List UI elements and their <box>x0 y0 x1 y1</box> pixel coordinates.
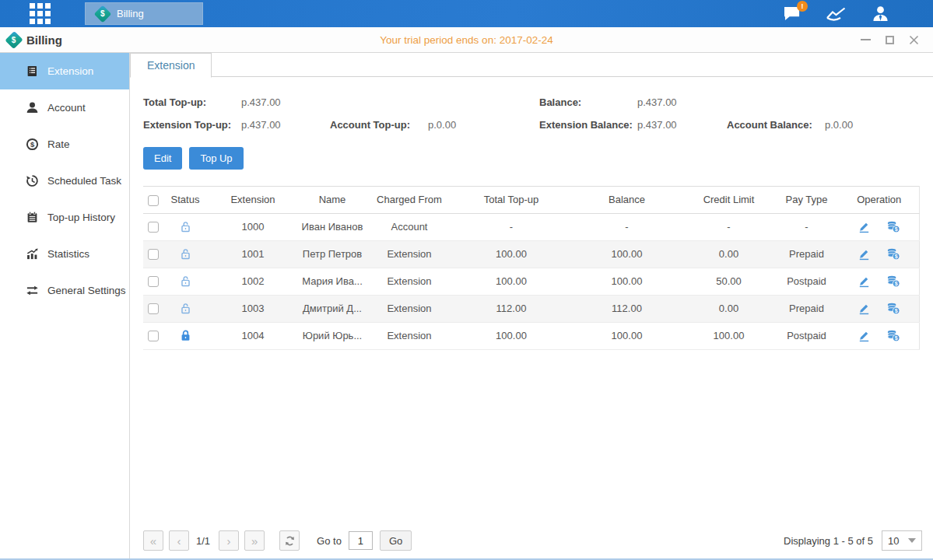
row-checkbox[interactable] <box>148 303 159 314</box>
edit-button[interactable]: Edit <box>143 147 182 170</box>
sidebar-item-topup-history[interactable]: Top-up History <box>0 199 129 236</box>
col-pay-type: Pay Type <box>773 187 840 214</box>
edit-icon[interactable] <box>858 275 871 288</box>
cell-name: Мария Ива... <box>299 268 366 295</box>
last-page-button[interactable]: » <box>244 530 265 551</box>
summary-label: Account Top-up: <box>330 119 428 131</box>
cell-charged-from: Extension <box>366 295 453 322</box>
col-balance: Balance <box>570 187 684 214</box>
status-locked-icon <box>179 329 192 342</box>
cell-name: Иван Иванов <box>299 213 366 240</box>
notifications-icon[interactable]: ! <box>783 5 802 22</box>
top-up-coins-icon[interactable]: $ <box>886 247 900 261</box>
svg-text:$: $ <box>895 308 898 314</box>
row-checkbox[interactable] <box>148 249 159 260</box>
minimize-icon[interactable] <box>860 34 871 45</box>
sidebar-item-scheduled-task[interactable]: Scheduled Task <box>0 163 129 199</box>
page-size-value: 10 <box>888 535 899 547</box>
cell-name: Дмитрий Д... <box>299 295 366 322</box>
col-name: Name <box>299 187 366 214</box>
cell-balance: 100.00 <box>570 322 684 349</box>
tab-extension[interactable]: Extension <box>130 53 212 78</box>
sidebar-item-rate[interactable]: $ Rate <box>0 126 129 163</box>
goto-page-input[interactable] <box>349 531 373 550</box>
table-row: 1001 Петр Петров Extension 100.00 100.00… <box>143 240 919 268</box>
statistics-chart-icon <box>25 247 39 261</box>
close-icon[interactable] <box>908 34 919 45</box>
status-unlocked-icon <box>179 275 192 288</box>
sidebar-item-statistics[interactable]: Statistics <box>0 236 129 272</box>
sidebar-item-account[interactable]: Account <box>0 89 129 126</box>
summary-value: p.0.00 <box>825 119 853 131</box>
row-checkbox[interactable] <box>148 276 159 287</box>
taskbar: $ Billing ! <box>0 0 933 27</box>
cell-extension: 1001 <box>207 240 299 268</box>
prev-page-button[interactable]: ‹ <box>169 530 189 551</box>
app-grid-icon[interactable] <box>30 3 51 24</box>
status-unlocked-icon <box>179 302 192 315</box>
summary-value: p.437.00 <box>241 96 281 108</box>
top-up-coins-icon[interactable]: $ <box>886 302 900 315</box>
col-charged-from: Charged From <box>366 187 453 214</box>
svg-text:$: $ <box>895 281 898 287</box>
summary-label: Account Balance: <box>727 119 825 131</box>
table-row: 1000 Иван Иванов Account - - - - $ <box>143 213 919 240</box>
page-size-select[interactable]: 10 <box>882 530 922 551</box>
select-all-checkbox[interactable] <box>148 195 159 206</box>
cell-balance: 112.00 <box>570 295 684 322</box>
extension-table: Status Extension Name Charged From Total… <box>143 186 920 350</box>
table-header-row: Status Extension Name Charged From Total… <box>143 187 919 214</box>
row-checkbox[interactable] <box>148 222 159 233</box>
cell-charged-from: Extension <box>366 322 453 349</box>
sidebar-item-label: Scheduled Task <box>47 175 121 187</box>
window-header: $ Billing Your trial period ends on: 201… <box>0 27 933 53</box>
taskbar-tab-billing[interactable]: $ Billing <box>85 2 203 25</box>
resource-monitor-icon[interactable] <box>826 6 847 22</box>
sidebar-item-label: Extension <box>47 65 93 77</box>
page-indicator: 1/1 <box>196 535 210 547</box>
edit-icon[interactable] <box>858 247 871 261</box>
sidebar: Extension Account $ Rate <box>0 53 130 558</box>
cell-credit-limit: - <box>684 213 773 240</box>
account-person-icon <box>25 101 39 114</box>
refresh-button[interactable] <box>279 530 300 551</box>
col-extension: Extension <box>207 187 299 214</box>
summary-extension-topup: Extension Top-up: p.437.00 <box>143 119 330 131</box>
summary-total-topup: Total Top-up: p.437.00 <box>143 96 330 108</box>
edit-icon[interactable] <box>858 220 871 233</box>
maximize-icon[interactable] <box>884 34 895 45</box>
sidebar-item-label: Statistics <box>47 248 89 260</box>
row-checkbox[interactable] <box>148 331 159 341</box>
cell-total-topup: 100.00 <box>453 322 570 349</box>
cell-name: Юрий Юрь... <box>299 322 366 349</box>
summary-account-balance: Account Balance: p.0.00 <box>727 119 920 131</box>
top-up-coins-icon[interactable]: $ <box>886 329 900 342</box>
summary-account-topup: Account Top-up: p.0.00 <box>330 119 539 131</box>
edit-icon[interactable] <box>858 302 871 315</box>
col-total-topup: Total Top-up <box>453 187 570 214</box>
user-account-icon[interactable] <box>871 5 890 22</box>
first-page-button[interactable]: « <box>143 530 163 551</box>
summary-value: p.437.00 <box>637 96 677 108</box>
edit-icon[interactable] <box>858 329 871 342</box>
top-up-coins-icon[interactable]: $ <box>886 220 900 233</box>
action-buttons: Edit Top Up <box>143 147 920 170</box>
go-button[interactable]: Go <box>380 530 412 551</box>
trial-notice: Your trial period ends on: 2017-02-24 <box>380 34 552 46</box>
top-up-button[interactable]: Top Up <box>189 147 243 170</box>
summary-label: Total Top-up: <box>143 96 241 108</box>
cell-charged-from: Account <box>366 213 453 240</box>
next-page-button[interactable]: › <box>219 530 239 551</box>
svg-text:$: $ <box>895 335 898 341</box>
sidebar-item-general-settings[interactable]: General Settings <box>0 272 129 309</box>
cell-total-topup: 100.00 <box>453 240 570 268</box>
cell-credit-limit: 50.00 <box>684 268 773 295</box>
cell-credit-limit: 0.00 <box>684 295 773 322</box>
summary-value: p.0.00 <box>428 119 456 131</box>
cell-name: Петр Петров <box>299 240 366 268</box>
main-content: Extension Total Top-up: p.437.00 Balance… <box>130 53 933 558</box>
scheduled-task-clock-icon <box>25 174 39 187</box>
svg-text:$: $ <box>895 254 898 260</box>
top-up-coins-icon[interactable]: $ <box>886 275 900 288</box>
sidebar-item-extension[interactable]: Extension <box>0 53 129 89</box>
